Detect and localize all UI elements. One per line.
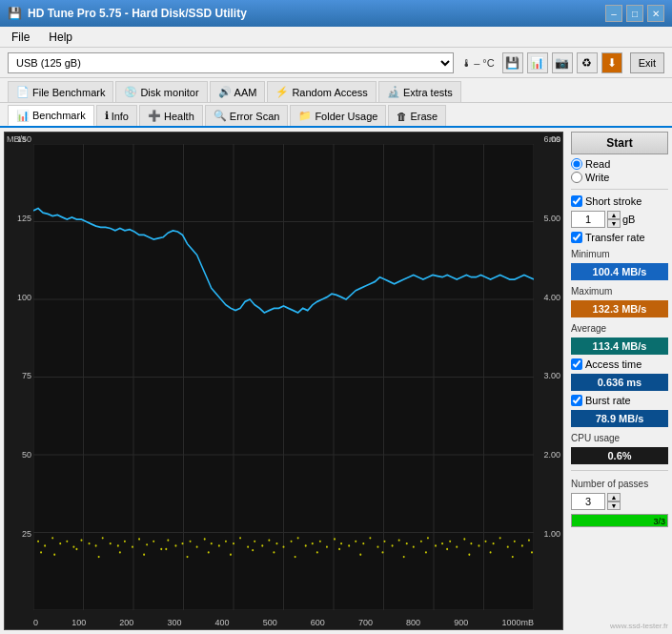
health-icon: ➕: [148, 110, 161, 122]
passes-down-button[interactable]: ▼: [607, 501, 621, 510]
stroke-input[interactable]: [571, 211, 605, 228]
svg-point-54: [275, 542, 277, 544]
svg-point-96: [165, 548, 167, 550]
tab-benchmark[interactable]: 📊 Benchmark: [8, 105, 94, 126]
download-icon-btn[interactable]: ⬇: [601, 52, 622, 73]
window-title: HD Tune Pro 5.75 - Hard Disk/SSD Utility: [28, 7, 247, 20]
x-label-600: 600: [311, 618, 325, 627]
read-radio[interactable]: [571, 158, 582, 170]
transfer-rate-checkbox-label[interactable]: Transfer rate: [571, 232, 668, 243]
svg-point-102: [295, 556, 296, 558]
close-button[interactable]: ✕: [647, 5, 664, 22]
benchmark-icon: 📊: [16, 110, 30, 122]
x-label-100: 100: [71, 618, 86, 627]
svg-point-68: [377, 545, 378, 547]
svg-point-83: [485, 541, 487, 542]
y-label-25: 25: [5, 529, 33, 539]
svg-point-29: [95, 544, 97, 546]
transfer-rate-checkbox[interactable]: [571, 232, 582, 243]
passes-up-button[interactable]: ▲: [607, 493, 621, 501]
svg-point-77: [441, 542, 443, 544]
drive-select[interactable]: USB (125 gB): [8, 52, 454, 73]
x-label-900: 900: [454, 618, 468, 627]
stroke-down-button[interactable]: ▼: [607, 219, 621, 228]
svg-point-91: [53, 554, 55, 556]
svg-point-95: [143, 554, 145, 556]
file-menu[interactable]: File: [8, 30, 33, 45]
svg-point-49: [239, 537, 241, 539]
tab-random-access[interactable]: ⚡ Random Access: [267, 81, 376, 102]
tab-file-benchmark[interactable]: 📄 File Benchmark: [8, 81, 113, 102]
health-label: Health: [164, 111, 194, 122]
chart-icon-btn[interactable]: 📊: [527, 52, 548, 73]
svg-point-70: [392, 544, 394, 546]
tab-info[interactable]: ℹ Info: [96, 105, 137, 126]
menu-bar: File Help: [0, 27, 672, 48]
svg-point-30: [102, 537, 104, 539]
y-label-2: 2.00: [534, 450, 562, 460]
short-stroke-checkbox-label[interactable]: Short stroke: [571, 195, 668, 207]
title-bar: 💾 HD Tune Pro 5.75 - Hard Disk/SSD Utili…: [0, 0, 672, 27]
tab-aam[interactable]: 🔊 AAM: [210, 81, 266, 102]
read-radio-label[interactable]: Read: [571, 158, 668, 170]
svg-point-104: [338, 548, 340, 550]
toolbar-icons: 💾 📊 📷 ♻ ⬇: [502, 52, 622, 73]
svg-point-59: [312, 542, 314, 544]
tab-erase[interactable]: 🗑 Erase: [388, 105, 446, 126]
y-label-1: 1.00: [534, 529, 562, 539]
svg-point-111: [490, 551, 492, 553]
read-write-group: Read Write: [571, 158, 668, 183]
x-label-1000: 1000mB: [501, 618, 534, 627]
file-benchmark-icon: 📄: [16, 86, 30, 98]
tabs-row-1: 📄 File Benchmark 💿 Disk monitor 🔊 AAM ⚡ …: [0, 78, 672, 103]
svg-point-52: [261, 544, 263, 546]
maximize-button[interactable]: □: [626, 5, 643, 22]
recycle-icon-btn[interactable]: ♻: [577, 52, 598, 73]
extra-tests-label: Extra tests: [403, 87, 453, 98]
average-label: Average: [571, 323, 668, 334]
passes-spinner: ▲ ▼: [607, 493, 621, 510]
file-benchmark-label: File Benchmark: [32, 87, 105, 98]
svg-point-86: [507, 545, 509, 547]
tab-health[interactable]: ➕ Health: [139, 105, 203, 126]
short-stroke-checkbox[interactable]: [571, 195, 582, 207]
stroke-up-button[interactable]: ▲: [607, 211, 621, 219]
svg-point-25: [66, 541, 68, 542]
passes-input[interactable]: [571, 493, 605, 510]
tabs-row-2: 📊 Benchmark ℹ Info ➕ Health 🔍 Error Scan…: [0, 103, 672, 128]
save-icon-btn[interactable]: 💾: [502, 52, 523, 73]
access-time-checkbox-label[interactable]: Access time: [571, 358, 668, 370]
svg-point-39: [167, 539, 169, 541]
burst-rate-checkbox[interactable]: [571, 395, 582, 406]
exit-button[interactable]: Exit: [630, 52, 664, 73]
progress-text: 3/3: [653, 515, 665, 528]
svg-point-76: [435, 544, 437, 546]
aam-icon: 🔊: [218, 86, 232, 98]
write-radio[interactable]: [571, 172, 582, 183]
start-button[interactable]: Start: [571, 132, 668, 154]
aam-label: AAM: [234, 87, 257, 98]
help-menu[interactable]: Help: [45, 30, 76, 45]
write-radio-label[interactable]: Write: [571, 172, 668, 183]
tab-extra-tests[interactable]: 🔬 Extra tests: [378, 81, 461, 102]
svg-point-47: [225, 541, 227, 542]
svg-point-44: [204, 538, 206, 540]
minimum-label: Minimum: [571, 249, 668, 259]
progress-bar-container: 3/3: [571, 514, 668, 527]
watermark: www.ssd-tester.fr: [571, 622, 668, 630]
svg-point-45: [211, 542, 213, 544]
x-label-700: 700: [358, 618, 373, 627]
access-time-checkbox[interactable]: [571, 358, 582, 370]
x-label-500: 500: [263, 618, 277, 627]
svg-point-75: [427, 537, 429, 539]
camera-icon-btn[interactable]: 📷: [552, 52, 573, 73]
svg-point-51: [254, 541, 255, 542]
tab-disk-monitor[interactable]: 💿 Disk monitor: [115, 81, 207, 102]
tab-error-scan[interactable]: 🔍 Error Scan: [205, 105, 289, 126]
svg-point-32: [117, 544, 119, 546]
minimize-button[interactable]: –: [605, 5, 622, 22]
burst-rate-checkbox-label[interactable]: Burst rate: [571, 395, 668, 406]
svg-point-100: [252, 549, 254, 551]
svg-point-108: [425, 551, 427, 553]
tab-folder-usage[interactable]: 📁 Folder Usage: [290, 105, 386, 126]
